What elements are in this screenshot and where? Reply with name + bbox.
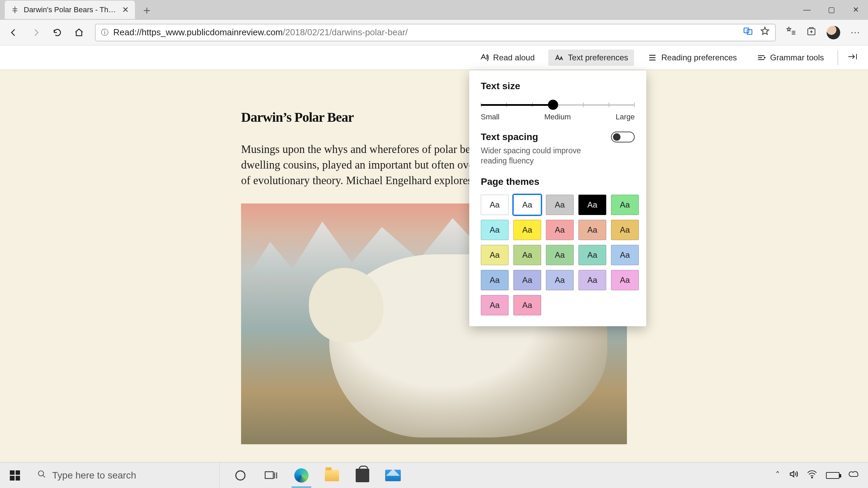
task-view-button[interactable] [258, 463, 283, 488]
text-spacing-heading: Text spacing [481, 132, 538, 142]
theme-swatch-9[interactable]: Aa [611, 220, 639, 240]
window-controls: — ▢ ✕ [795, 0, 868, 20]
windows-logo-icon [10, 470, 20, 481]
window-minimize-button[interactable]: — [795, 0, 819, 20]
home-button[interactable] [73, 27, 85, 38]
text-preferences-button[interactable]: Text preferences [548, 50, 634, 66]
reading-preferences-label: Reading preferences [661, 53, 737, 62]
grammar-tools-label: Grammar tools [770, 53, 824, 62]
tray-wifi-icon[interactable] [807, 470, 817, 481]
favorite-star-icon[interactable] [760, 26, 770, 38]
taskbar-app-explorer[interactable] [319, 463, 344, 488]
tray-onedrive-icon[interactable] [848, 470, 860, 481]
pin-toolbar-button[interactable] [846, 51, 860, 65]
reader-toolbar-separator [837, 51, 838, 65]
text-preferences-label: Text preferences [568, 53, 628, 62]
system-tray: ˄ [775, 469, 868, 481]
svg-rect-0 [744, 28, 749, 33]
reading-preferences-button[interactable]: Reading preferences [642, 50, 743, 66]
theme-swatch-20[interactable]: Aa [481, 295, 509, 315]
text-preferences-popover: Text size Small Medium Large Text spacin… [469, 71, 646, 326]
grammar-tools-button[interactable]: Grammar tools [750, 50, 830, 66]
page-themes-heading: Page themes [481, 176, 635, 187]
text-spacing-toggle[interactable] [611, 132, 635, 142]
more-menu-icon[interactable]: ⋯ [850, 27, 860, 38]
reader-toolbar: Read aloud Text preferences Reading pref… [0, 45, 868, 70]
text-size-slider[interactable] [481, 99, 635, 111]
theme-swatch-19[interactable]: Aa [611, 270, 639, 290]
theme-swatch-1[interactable]: Aa [513, 195, 541, 215]
window-maximize-button[interactable]: ▢ [819, 0, 844, 20]
toolbar-right-icons: ⋯ [786, 26, 860, 39]
mail-icon [385, 470, 401, 481]
theme-swatch-21[interactable]: Aa [513, 295, 541, 315]
back-button[interactable] [8, 27, 20, 38]
tray-overflow-icon[interactable]: ˄ [775, 470, 780, 481]
window-close-button[interactable]: ✕ [844, 0, 868, 20]
slider-label-small: Small [481, 113, 499, 121]
theme-swatch-17[interactable]: Aa [546, 270, 574, 290]
tray-battery-icon[interactable] [826, 472, 840, 479]
taskbar-app-mail[interactable] [380, 463, 406, 488]
svg-point-4 [236, 471, 245, 480]
text-spacing-description: Wider spacing could improve reading flue… [481, 146, 606, 166]
theme-swatch-10[interactable]: Aa [481, 245, 509, 265]
theme-swatch-12[interactable]: Aa [546, 245, 574, 265]
window-titlebar: Darwin's Polar Bears - The Pu… ✕ ＋ — ▢ ✕ [0, 0, 868, 20]
text-size-heading: Text size [481, 81, 635, 92]
edge-icon [294, 468, 309, 483]
theme-swatch-8[interactable]: Aa [578, 220, 606, 240]
tab-favicon [11, 6, 19, 14]
forward-button[interactable] [30, 27, 41, 38]
theme-swatch-18[interactable]: Aa [578, 270, 606, 290]
favorites-menu-icon[interactable] [786, 26, 796, 39]
theme-swatch-14[interactable]: Aa [611, 245, 639, 265]
theme-swatch-16[interactable]: Aa [513, 270, 541, 290]
profile-avatar[interactable] [827, 26, 840, 39]
taskbar-app-store[interactable] [350, 463, 375, 488]
url-prefix: Read://https_www.publicdomainreview.com/… [113, 27, 408, 38]
refresh-button[interactable] [52, 27, 63, 38]
theme-swatch-11[interactable]: Aa [513, 245, 541, 265]
reader-page: Darwin’s Polar Bear Musings upon the why… [0, 70, 868, 462]
tab-close-button[interactable]: ✕ [122, 5, 129, 15]
page-themes-grid: AaAaAaAaAaAaAaAaAaAaAaAaAaAaAaAaAaAaAaAa… [481, 195, 635, 315]
text-size-slider-labels: Small Medium Large [481, 113, 635, 121]
svg-point-6 [811, 477, 812, 478]
taskbar: Type here to search ˄ [0, 462, 868, 488]
taskbar-search-placeholder: Type here to search [52, 470, 136, 481]
collections-icon[interactable] [806, 26, 816, 39]
read-aloud-button[interactable]: Read aloud [473, 50, 541, 66]
theme-swatch-0[interactable]: Aa [481, 195, 509, 215]
slider-label-medium: Medium [544, 113, 571, 121]
file-explorer-icon [325, 470, 339, 481]
search-icon [37, 470, 46, 481]
theme-swatch-5[interactable]: Aa [481, 220, 509, 240]
theme-swatch-6[interactable]: Aa [513, 220, 541, 240]
read-aloud-label: Read aloud [493, 53, 535, 62]
site-info-icon[interactable]: ⓘ [101, 27, 108, 38]
translate-icon[interactable] [743, 26, 753, 38]
svg-point-3 [38, 471, 43, 476]
theme-swatch-15[interactable]: Aa [481, 270, 509, 290]
tab-title: Darwin's Polar Bears - The Pu… [24, 5, 117, 14]
cortana-button[interactable] [228, 463, 253, 488]
address-bar[interactable]: ⓘ Read://https_www.publicdomainreview.co… [95, 24, 776, 41]
new-tab-button[interactable]: ＋ [141, 4, 153, 16]
start-button[interactable] [0, 463, 30, 488]
microsoft-store-icon [356, 469, 369, 482]
taskbar-app-edge[interactable] [289, 463, 314, 488]
theme-swatch-7[interactable]: Aa [546, 220, 574, 240]
theme-swatch-4[interactable]: Aa [611, 195, 639, 215]
browser-tab[interactable]: Darwin's Polar Bears - The Pu… ✕ [5, 1, 135, 19]
address-bar-actions [743, 26, 770, 38]
theme-swatch-3[interactable]: Aa [578, 195, 606, 215]
svg-rect-5 [265, 472, 273, 479]
browser-toolbar: ⓘ Read://https_www.publicdomainreview.co… [0, 20, 868, 45]
theme-swatch-2[interactable]: Aa [546, 195, 574, 215]
taskbar-pinned-apps [228, 463, 406, 488]
taskbar-search[interactable]: Type here to search [30, 463, 220, 488]
svg-rect-1 [747, 30, 752, 34]
tray-sound-icon[interactable] [789, 469, 798, 481]
theme-swatch-13[interactable]: Aa [578, 245, 606, 265]
